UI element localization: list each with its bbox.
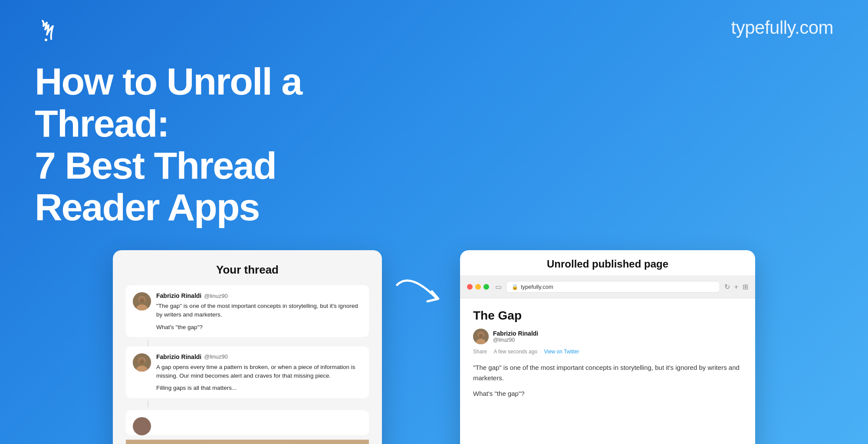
- svg-point-5: [139, 299, 145, 303]
- tweet-2-avatar: [133, 353, 151, 372]
- tweet-2: Fabrizio Rinaldi @linuz90 A gap opens ev…: [126, 346, 369, 398]
- placeholder-image-svg: [204, 442, 291, 444]
- tweet-2-author-line: Fabrizio Rinaldi @linuz90: [156, 353, 362, 360]
- svg-point-10: [139, 360, 145, 364]
- meta-sep-1: ·: [490, 349, 491, 355]
- unrolled-card: Unrolled published page ▭ 🔒 typefully.co…: [460, 250, 755, 444]
- tweet-1-content: Fabrizio Rinaldi @linuz90 "The gap" is o…: [156, 292, 362, 332]
- browser-grid-icon[interactable]: ⊞: [743, 283, 748, 291]
- tweet-1: Fabrizio Rinaldi @linuz90 "The gap" is o…: [126, 285, 369, 337]
- logo: [35, 17, 61, 43]
- url-text: typefully.com: [521, 284, 553, 290]
- author-row: Fabrizio Rinaldi @linuz90: [473, 329, 742, 344]
- tweet-1-author-name: Fabrizio Rinaldi: [156, 292, 201, 299]
- browser-add-tab-icon[interactable]: +: [734, 283, 738, 291]
- url-lock-icon: 🔒: [512, 284, 518, 290]
- svg-rect-11: [204, 442, 291, 444]
- browser-refresh-icon[interactable]: ↻: [724, 283, 730, 291]
- unrolled-card-header-title: Unrolled published page: [460, 250, 755, 276]
- meta-sep-2: ·: [540, 349, 541, 355]
- browser-bar: ▭ 🔒 typefully.com ↻ + ⊞: [460, 276, 755, 298]
- image-tweet-avatar: [133, 417, 151, 435]
- transition-arrow-svg: [393, 276, 449, 315]
- cards-area: Your thread Fabrizio Rinaldi @linuz90: [0, 229, 868, 444]
- arrow-container: [382, 250, 460, 315]
- image-tweet: [126, 410, 369, 435]
- tweet-2-content: Fabrizio Rinaldi @linuz90 A gap opens ev…: [156, 353, 362, 393]
- article-content: The Gap Fabrizio Rinaldi @linuz90: [460, 298, 755, 415]
- svg-point-22: [479, 334, 483, 338]
- view-on-twitter-link[interactable]: View on Twitter: [544, 349, 579, 355]
- browser-sidebar-icon: ▭: [495, 283, 502, 291]
- header: typefully.com: [0, 0, 868, 43]
- browser-dot-red: [467, 284, 473, 290]
- tweet-2-author-name: Fabrizio Rinaldi: [156, 353, 201, 360]
- share-label[interactable]: Share: [473, 349, 487, 355]
- author-avatar-sm: [473, 329, 489, 344]
- site-url: typefully.com: [731, 17, 833, 38]
- tweet-2-extra: Filling gaps is all that matters...: [156, 384, 362, 392]
- article-text-2: What's "the gap"?: [473, 388, 742, 399]
- thread-connector-line: [148, 340, 148, 346]
- url-bar[interactable]: 🔒 typefully.com: [506, 281, 720, 293]
- article-title: The Gap: [473, 309, 742, 323]
- tweet-1-text: "The gap" is one of the most important c…: [156, 302, 362, 320]
- meta-row: Share · A few seconds ago · View on Twit…: [473, 349, 742, 355]
- tweet-1-extra: What's "the gap"?: [156, 323, 362, 332]
- svg-point-0: [45, 39, 47, 41]
- tweet-1-avatar: [133, 292, 151, 310]
- hero-title-line1: How to Unroll a Thread:: [35, 61, 356, 145]
- author-name-sm: Fabrizio Rinaldi: [493, 330, 538, 337]
- tweet-2-text: A gap opens every time a pattern is brok…: [156, 363, 362, 381]
- tweet-2-author-handle: @linuz90: [204, 353, 227, 360]
- time-label: A few seconds ago: [493, 349, 537, 355]
- image-tweet-content: [156, 417, 362, 435]
- browser-dots: [467, 284, 489, 290]
- browser-actions: ↻ + ⊞: [724, 283, 748, 291]
- author-handle-sm: @linuz90: [493, 337, 538, 343]
- hero-title: How to Unroll a Thread: 7 Best Thread Re…: [0, 43, 391, 229]
- hero-title-line2: 7 Best Thread Reader Apps: [35, 145, 356, 229]
- tweet-1-author-line: Fabrizio Rinaldi @linuz90: [156, 292, 362, 299]
- image-placeholder: [126, 440, 369, 444]
- browser-dot-yellow: [475, 284, 481, 290]
- typefully-logo-icon: [35, 17, 61, 43]
- image-tweet-wrapper: [126, 401, 369, 444]
- thread-connector-line-2: [148, 401, 148, 408]
- author-info: Fabrizio Rinaldi @linuz90: [493, 330, 538, 343]
- article-text-1: "The gap" is one of the most important c…: [473, 362, 742, 383]
- thread-card: Your thread Fabrizio Rinaldi @linuz90: [113, 250, 382, 444]
- browser-dot-green: [483, 284, 489, 290]
- image-tweet-spacer: [156, 417, 362, 421]
- thread-card-title: Your thread: [126, 263, 369, 277]
- tweet-1-author-handle: @linuz90: [204, 293, 227, 299]
